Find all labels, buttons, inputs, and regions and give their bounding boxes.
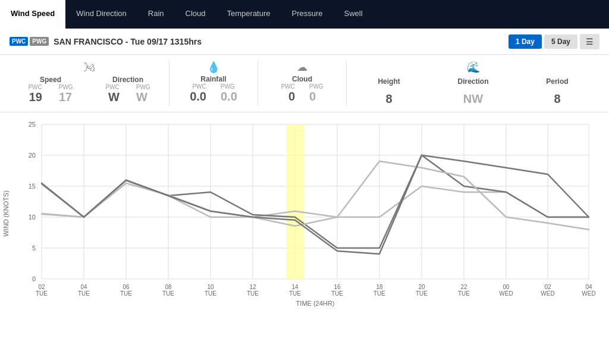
dir-pwg-label: PWG: [136, 84, 150, 90]
swell-period-value: 8: [554, 92, 560, 106]
direction-label: Direction: [112, 76, 143, 84]
cloud-pwg-label: PWG: [309, 83, 324, 90]
chart-wrapper: WIND (KNOTS) 25 20 15 10 5 0: [0, 112, 609, 364]
wind-icon: 🌬: [83, 61, 95, 74]
swell-direction-label: Direction: [457, 77, 488, 86]
dir-pwg-value: W: [136, 90, 147, 104]
summary-row: 🌬 Speed PWC PWG 19 17: [12, 58, 597, 106]
cloud-icon: ☁: [297, 61, 307, 73]
tab-rain[interactable]: Rain: [137, 0, 175, 29]
menu-button[interactable]: ☰: [580, 34, 599, 49]
main-content: PWC PWG SAN FRANCISCO - Tue 09/17 1315hr…: [0, 29, 609, 364]
swell-height-value: 8: [385, 92, 392, 106]
five-day-button[interactable]: 5 Day: [544, 34, 577, 49]
location-title: SAN FRANCISCO - Tue 09/17 1315hrs: [54, 37, 202, 46]
cloud-pwc-value: 0: [288, 90, 295, 103]
series-light: [42, 161, 589, 230]
header-controls: 1 Day 5 Day ☰: [508, 34, 599, 49]
tab-swell[interactable]: Swell: [334, 0, 373, 29]
cloud-pwc-label: PWC: [281, 83, 294, 90]
one-day-button[interactable]: 1 Day: [508, 34, 542, 49]
divider-3: [346, 61, 347, 106]
pwg-badge: PWG: [30, 37, 49, 46]
rain-icon: 💧: [207, 61, 220, 73]
rainfall-label: Rainfall: [200, 75, 226, 83]
speed-pwg-label: PWG: [59, 84, 73, 90]
cloud-pwg-value: 0: [309, 90, 316, 103]
speed-pwc-label: PWC: [28, 84, 42, 90]
pwc-badge: PWC: [10, 37, 28, 46]
tab-wind-speed[interactable]: Wind Speed: [0, 0, 65, 29]
rain-pwc-label: PWC: [192, 83, 206, 90]
rain-pwg-label: PWG: [221, 83, 235, 90]
divider-2: [258, 61, 258, 106]
swell-direction-value: NW: [463, 92, 483, 106]
header-bar: PWC PWG SAN FRANCISCO - Tue 09/17 1315hr…: [0, 29, 609, 55]
rain-pwc-value: 0.0: [190, 90, 206, 103]
swell-height-label: Height: [378, 77, 400, 86]
dir-pwc-label: PWC: [105, 84, 119, 90]
tab-temperature[interactable]: Temperature: [216, 0, 281, 29]
series-dark: [42, 155, 589, 254]
top-navigation: Wind Speed Wind Direction Rain Cloud Tem…: [0, 0, 609, 29]
dir-pwc-value: W: [108, 90, 120, 104]
speed-pwc-value: 19: [29, 90, 42, 104]
chart-overlay: [0, 112, 609, 309]
cloud-label: Cloud: [292, 75, 312, 83]
speed-pwg-value: 17: [59, 90, 72, 104]
divider-1: [169, 61, 169, 106]
tab-wind-direction[interactable]: Wind Direction: [65, 0, 137, 29]
data-summary: 🌬 Speed PWC PWG 19 17: [0, 55, 609, 112]
swell-period-label: Period: [546, 77, 568, 86]
rain-pwg-value: 0.0: [221, 90, 237, 103]
speed-label: Speed: [40, 76, 61, 84]
tab-pressure[interactable]: Pressure: [281, 0, 334, 29]
swell-icon: 🌊: [467, 61, 480, 73]
tab-cloud[interactable]: Cloud: [175, 0, 216, 29]
